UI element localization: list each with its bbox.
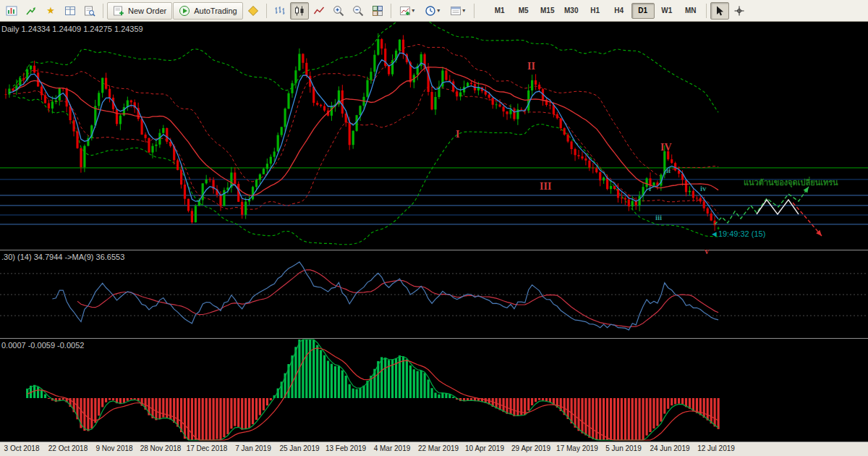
date-label: 4 Mar 2019 [374,444,411,452]
periods-dropdown[interactable]: ▾ [420,2,445,20]
timeframe-group: M1M5M15M30H1H4D1W1MN [488,3,702,19]
toolbar-separator [103,4,103,18]
new-order-button[interactable]: New Order [107,2,172,20]
chevron-down-icon: ▾ [437,7,440,14]
date-label: 13 Feb 2019 [326,444,366,452]
toolbar-separator [706,4,707,18]
timeframe-button-M5[interactable]: M5 [512,3,535,19]
date-label: 22 Oct 2018 [48,444,88,452]
tile-windows-icon[interactable] [368,2,387,20]
line-chart-icon[interactable] [310,2,328,20]
data-window-icon[interactable] [80,2,99,20]
timeframe-button-D1[interactable]: D1 [631,3,655,19]
new-order-label: New Order [128,7,166,15]
cursor-icon[interactable] [710,2,729,20]
autotrading-label: AutoTrading [194,7,237,15]
clock-icon [425,5,436,17]
timeframe-button-MN[interactable]: MN [679,3,702,19]
bar-chart-icon[interactable] [271,2,289,20]
date-label: 28 Nov 2018 [140,444,182,452]
chevron-down-icon: ▾ [462,7,465,14]
market-watch-icon[interactable] [61,2,80,20]
timeframe-button-M1[interactable]: M1 [488,3,511,19]
mql5-diamond-icon[interactable] [244,2,263,20]
date-label: 9 Nov 2018 [95,444,132,452]
candlestick-chart-icon[interactable] [290,2,309,20]
toolbar: ★ New Order AutoTrading [0,0,868,22]
templates-dropdown[interactable]: ▾ [446,2,470,20]
date-label: 24 Jun 2019 [650,444,689,452]
toolbar-separator [266,4,267,18]
zoom-in-icon[interactable] [329,2,348,20]
toolbar-separator [391,4,391,18]
autotrading-button[interactable]: AutoTrading [173,2,243,20]
indicators-plus-icon [399,5,411,17]
toolbar-separator [474,4,475,18]
timeframe-button-W1[interactable]: W1 [655,3,678,19]
chevron-down-icon: ▾ [412,7,414,14]
date-label: 17 Dec 2018 [187,444,228,452]
date-label: 3 Oct 2018 [4,444,40,452]
crosshair-icon[interactable] [730,2,749,20]
new-chart-icon[interactable] [2,2,21,20]
zoom-out-icon[interactable] [349,2,367,20]
date-label: 5 Jun 2019 [605,444,642,452]
timeframe-button-H1[interactable]: H1 [584,3,607,19]
template-icon [450,5,461,17]
autotrading-icon [179,5,190,17]
timeframe-button-H4[interactable]: H4 [608,3,631,19]
date-label: 29 Apr 2019 [511,444,550,452]
date-axis[interactable]: 3 Oct 201822 Oct 20189 Nov 201828 Nov 20… [0,442,868,456]
chart-shift-icon[interactable] [22,2,41,20]
date-label: 25 Jan 2019 [279,444,319,452]
order-plus-icon [113,5,124,17]
date-label: 17 May 2019 [556,444,598,452]
indicators-dropdown[interactable]: ▾ [395,2,420,20]
date-label: 7 Jan 2019 [235,444,271,452]
favorites-star-icon[interactable]: ★ [41,2,60,20]
mt4-window: ★ New Order AutoTrading [0,0,868,456]
date-label: 12 Jul 2019 [697,444,735,452]
chart-canvas[interactable] [0,22,868,442]
date-label: 10 Apr 2019 [465,444,504,452]
timeframe-button-M30[interactable]: M30 [560,3,583,19]
date-label: 22 Mar 2019 [418,444,459,452]
timeframe-button-M15[interactable]: M15 [536,3,559,19]
